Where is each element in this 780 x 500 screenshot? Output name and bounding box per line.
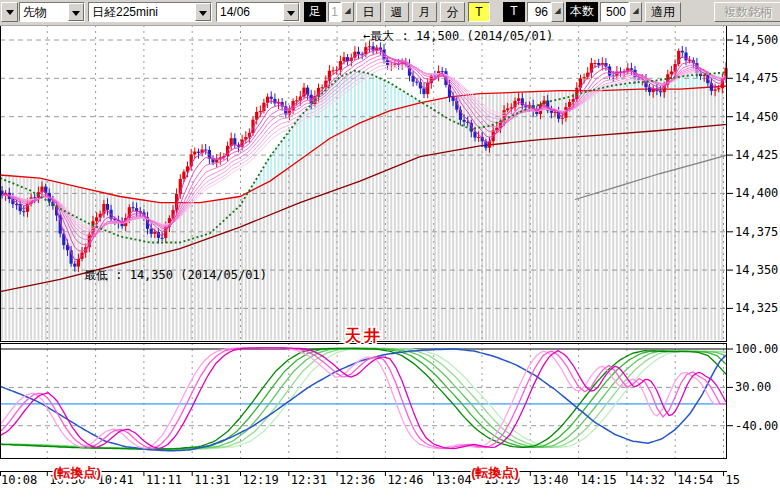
- period-button-tick[interactable]: T: [468, 2, 490, 22]
- oscillator-tick-label: -40.00: [735, 419, 778, 433]
- time-tick-label: 10:08: [1, 473, 37, 487]
- time-tick-label: 12:36: [339, 473, 375, 487]
- bar-type-label: 足: [304, 2, 326, 22]
- price-tick-label: 14,425: [735, 148, 778, 162]
- apply-button[interactable]: 適用: [645, 2, 681, 22]
- window-menu-button[interactable]: [1, 2, 18, 22]
- bar-interval-value: 1: [328, 2, 341, 22]
- price-tick-label: 14,375: [735, 225, 778, 239]
- time-tick-label: 15: [726, 473, 740, 487]
- toolbar: 先物 日経225mini 14/06 足 1 ◢ 日 週 月 分 T T 96 …: [0, 0, 780, 26]
- time-tick-label: 13:04: [436, 473, 472, 487]
- bar-count-spinner[interactable]: 500 ◢: [600, 2, 642, 22]
- price-tick-label: 14,325: [735, 301, 778, 315]
- period-button-month[interactable]: 月: [412, 2, 437, 22]
- chart-canvas[interactable]: 14,50014,47514,45014,42514,40014,37514,3…: [0, 0, 780, 500]
- bar-interval-spinner[interactable]: 1 ◢: [328, 2, 354, 22]
- time-tick-label: 11:11: [146, 473, 182, 487]
- symbol-combobox[interactable]: 日経225mini: [88, 2, 212, 22]
- time-tick-label: 12:46: [387, 473, 423, 487]
- ma-red-line: [0, 86, 727, 203]
- time-tick-label: 14:32: [629, 473, 665, 487]
- price-tick-label: 14,450: [735, 110, 778, 124]
- dropdown-arrow-icon[interactable]: [283, 3, 299, 21]
- oscillator-tick-label: 30.00: [735, 380, 771, 394]
- time-tick-label: 11:31: [194, 473, 230, 487]
- dropdown-arrow-icon: [6, 10, 14, 19]
- oscillator-tick-label: 100.00: [735, 342, 778, 356]
- multi-symbol-button[interactable]: 複数銘柄: [714, 2, 780, 22]
- spinner-icon[interactable]: ◢: [551, 2, 564, 22]
- time-tick-label: 12:19: [243, 473, 279, 487]
- dropdown-arrow-icon[interactable]: [68, 3, 84, 21]
- instrument-type-combobox[interactable]: 先物: [19, 2, 85, 22]
- chart-window: 先物 日経225mini 14/06 足 1 ◢ 日 週 月 分 T T 96 …: [0, 0, 780, 500]
- price-tick-label: 14,500: [735, 33, 778, 47]
- oscillator-blue-line: [0, 349, 726, 451]
- ma-green-dotted-line: [0, 71, 727, 243]
- time-tick-label: 10:41: [98, 473, 134, 487]
- time-tick-label: 13:40: [532, 473, 568, 487]
- tick-value: 96: [527, 2, 551, 22]
- time-tick-label: 14:15: [581, 473, 617, 487]
- tick-value-spinner[interactable]: 96 ◢: [527, 2, 564, 22]
- bar-count-value: 500: [600, 2, 629, 22]
- oscillator-layer: [0, 348, 726, 451]
- period-button-minute[interactable]: 分: [440, 2, 465, 22]
- instrument-type-value: 先物: [20, 3, 68, 21]
- spinner-icon[interactable]: ◢: [341, 2, 354, 22]
- period-button-week[interactable]: 週: [384, 2, 409, 22]
- dropdown-arrow-icon[interactable]: [195, 3, 211, 21]
- time-tick-label: 12:31: [291, 473, 327, 487]
- turning-point-annotation: (転換点): [471, 465, 519, 480]
- price-tick-label: 14,350: [735, 263, 778, 277]
- ceiling-annotation: 天井: [344, 327, 383, 344]
- max-annotation: ←最大 : 14,500 (2014/05/01): [363, 29, 553, 43]
- band-hatch-layer: [2, 71, 722, 340]
- price-tick-label: 14,475: [735, 71, 778, 85]
- min-annotation: 最低 : 14,350 (2014/05/01): [84, 268, 267, 282]
- spinner-icon[interactable]: ◢: [629, 2, 642, 22]
- period-button-day[interactable]: 日: [356, 2, 381, 22]
- tick-count-label: T: [503, 2, 525, 22]
- contract-month-combobox[interactable]: 14/06: [216, 2, 300, 22]
- contract-month-value: 14/06: [217, 3, 283, 21]
- price-tick-label: 14,400: [735, 186, 778, 200]
- symbol-value: 日経225mini: [89, 3, 195, 21]
- turning-point-annotation: (転換点): [53, 465, 101, 480]
- bar-count-label: 本数: [566, 2, 598, 22]
- time-tick-label: 14:54: [677, 473, 713, 487]
